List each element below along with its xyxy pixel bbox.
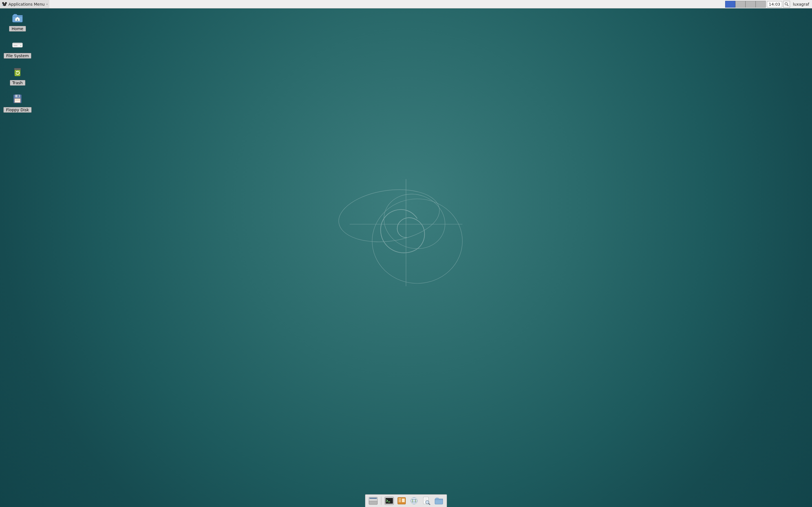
magnifier-icon xyxy=(784,2,789,6)
svg-rect-26 xyxy=(370,498,377,499)
bottom-dock xyxy=(365,494,447,507)
dock-terminal[interactable] xyxy=(384,496,395,506)
workspace-3[interactable] xyxy=(746,1,756,8)
dock-find[interactable] xyxy=(421,496,432,506)
svg-rect-20 xyxy=(17,95,19,97)
svg-rect-15 xyxy=(13,45,17,46)
svg-rect-17 xyxy=(14,68,21,70)
document-find-icon xyxy=(422,497,432,505)
floppy-icon xyxy=(11,94,24,104)
svg-rect-34 xyxy=(402,499,405,502)
dock-files[interactable] xyxy=(396,496,407,506)
svg-point-14 xyxy=(20,45,21,46)
svg-rect-28 xyxy=(386,498,393,504)
svg-point-8 xyxy=(4,4,4,4)
trash-icon xyxy=(11,66,24,77)
svg-rect-11 xyxy=(17,19,18,21)
desktop-icon-label: Floppy Disk xyxy=(3,107,31,113)
svg-point-7 xyxy=(5,2,7,4)
desktop-icon-floppy[interactable]: Floppy Disk xyxy=(3,94,32,113)
desktop-icon-filesystem[interactable]: File System xyxy=(3,40,32,59)
folder-icon xyxy=(434,497,444,505)
xfce-mouse-icon xyxy=(2,2,7,7)
workspace-4[interactable] xyxy=(756,1,766,8)
desktop-icon-trash[interactable]: Trash xyxy=(3,66,32,86)
applications-menu-label: Applications Menu xyxy=(8,2,45,6)
chevron-down-icon: ▾ xyxy=(46,3,48,6)
svg-rect-32 xyxy=(399,500,401,501)
svg-point-0 xyxy=(335,184,443,248)
wallpaper-swirl xyxy=(333,171,479,296)
applications-menu-button[interactable]: Applications Menu ▾ xyxy=(0,0,49,8)
dock-show-desktop[interactable] xyxy=(368,496,379,506)
svg-rect-33 xyxy=(399,501,401,502)
svg-line-10 xyxy=(787,5,788,6)
svg-point-1 xyxy=(372,199,462,283)
svg-point-6 xyxy=(2,2,4,4)
svg-line-43 xyxy=(428,503,430,505)
desktop-icon-label: Home xyxy=(9,26,26,32)
file-manager-icon xyxy=(397,497,407,505)
workspace-2[interactable] xyxy=(735,1,746,8)
desktop-icon-label: File System xyxy=(4,53,31,59)
svg-point-2 xyxy=(376,186,453,257)
home-folder-icon xyxy=(11,12,24,23)
panel-username[interactable]: luxagraf xyxy=(793,2,812,6)
desktop-icons: Home File System Trash Floppy Disk xyxy=(3,12,32,113)
svg-rect-13 xyxy=(12,43,22,44)
top-panel: Applications Menu ▾ 14:03 luxagraf xyxy=(0,0,812,8)
svg-point-35 xyxy=(411,497,417,504)
dock-separator xyxy=(381,497,382,505)
terminal-icon xyxy=(385,497,394,505)
show-desktop-icon xyxy=(368,497,378,505)
desktop-icon-label: Trash xyxy=(10,80,26,86)
panel-clock[interactable]: 14:03 xyxy=(767,1,782,7)
desktop-icon-home[interactable]: Home xyxy=(3,12,32,32)
workspace-switcher[interactable] xyxy=(725,1,766,8)
drive-icon xyxy=(11,40,24,50)
workspace-1[interactable] xyxy=(725,1,735,8)
dock-browser[interactable] xyxy=(409,496,420,506)
dock-folder[interactable] xyxy=(434,496,445,506)
svg-rect-31 xyxy=(399,499,401,499)
svg-point-9 xyxy=(785,3,788,5)
tray-magnifier-button[interactable] xyxy=(783,1,790,8)
web-browser-icon xyxy=(409,497,419,505)
svg-rect-21 xyxy=(15,99,20,103)
